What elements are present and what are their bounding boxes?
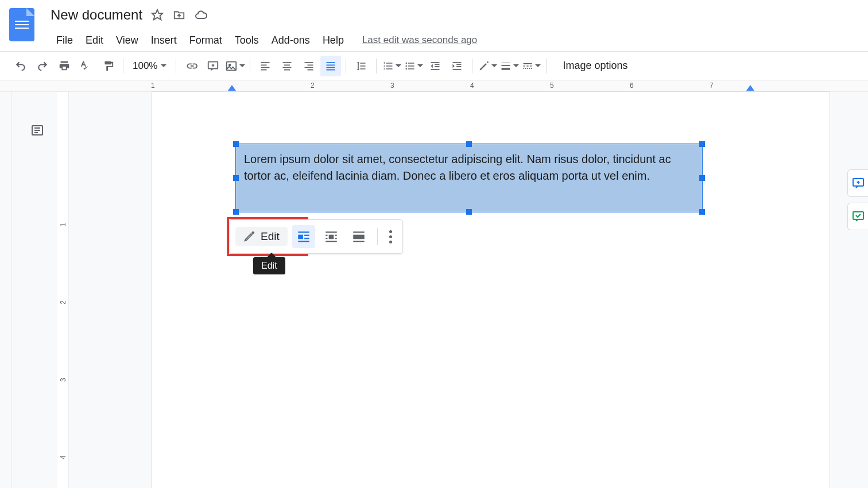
resize-handle-top-left[interactable] bbox=[233, 141, 239, 147]
menu-view[interactable]: View bbox=[110, 32, 144, 49]
svg-rect-22 bbox=[353, 241, 365, 242]
ruler-mark: 3 bbox=[390, 82, 394, 90]
menu-addons[interactable]: Add-ons bbox=[266, 32, 316, 49]
resize-handle-top-right[interactable] bbox=[699, 141, 705, 147]
svg-point-4 bbox=[405, 62, 407, 64]
svg-rect-12 bbox=[298, 241, 309, 242]
menu-help[interactable]: Help bbox=[317, 32, 350, 49]
outline-toggle-icon[interactable] bbox=[28, 121, 47, 140]
svg-marker-0 bbox=[152, 10, 162, 20]
suggest-edit-side-button[interactable] bbox=[847, 203, 868, 230]
vruler-mark: 4 bbox=[59, 455, 67, 459]
svg-rect-16 bbox=[335, 235, 336, 236]
bulleted-list-button[interactable] bbox=[403, 56, 424, 76]
border-color-button[interactable] bbox=[477, 56, 498, 76]
svg-rect-11 bbox=[304, 238, 309, 239]
align-right-button[interactable] bbox=[299, 56, 319, 76]
add-comment-button[interactable] bbox=[203, 56, 223, 76]
increase-indent-button[interactable] bbox=[447, 56, 467, 76]
ruler-mark: 7 bbox=[710, 82, 714, 90]
chevron-down-icon bbox=[161, 64, 166, 67]
edit-drawing-button[interactable]: Edit bbox=[235, 227, 288, 246]
image-options-button[interactable]: Image options bbox=[556, 60, 634, 72]
align-center-button[interactable] bbox=[277, 56, 297, 76]
add-comment-side-button[interactable] bbox=[847, 169, 868, 197]
more-options-button[interactable] bbox=[385, 226, 397, 248]
zoom-dropdown[interactable]: 100% bbox=[128, 60, 171, 72]
contextual-toolbar: Edit bbox=[229, 219, 403, 254]
spellcheck-button[interactable] bbox=[76, 56, 96, 76]
cloud-status-icon[interactable] bbox=[194, 8, 208, 22]
svg-rect-9 bbox=[298, 235, 303, 239]
numbered-list-button[interactable] bbox=[381, 56, 402, 76]
svg-point-3 bbox=[229, 64, 231, 65]
undo-button[interactable] bbox=[10, 56, 31, 76]
star-icon[interactable] bbox=[150, 8, 164, 22]
menu-insert[interactable]: Insert bbox=[145, 32, 183, 49]
border-weight-button[interactable] bbox=[499, 56, 520, 76]
ruler-mark: 1 bbox=[151, 82, 155, 90]
menu-file[interactable]: File bbox=[51, 32, 79, 49]
ruler-right-indent-icon[interactable] bbox=[746, 85, 754, 91]
resize-handle-bottom-center[interactable] bbox=[466, 209, 472, 215]
pencil-icon bbox=[243, 231, 255, 242]
svg-rect-21 bbox=[353, 235, 365, 239]
svg-rect-13 bbox=[326, 231, 337, 233]
resize-handle-bottom-left[interactable] bbox=[233, 209, 239, 215]
svg-point-6 bbox=[405, 68, 407, 69]
svg-rect-20 bbox=[353, 231, 365, 233]
document-page[interactable]: Lorem ipsum dolor sit amet, consectetur … bbox=[152, 92, 830, 488]
toolbar: 100% Image options bbox=[0, 52, 868, 80]
resize-handle-top-center[interactable] bbox=[466, 141, 472, 147]
menu-tools[interactable]: Tools bbox=[229, 32, 265, 49]
insert-link-button[interactable] bbox=[181, 56, 202, 76]
ruler-mark: 5 bbox=[550, 82, 554, 90]
line-spacing-button[interactable] bbox=[351, 56, 371, 76]
header: New document File Edit View Insert Forma… bbox=[0, 0, 868, 52]
ruler-left-indent-icon[interactable] bbox=[228, 85, 236, 91]
svg-rect-18 bbox=[335, 238, 336, 239]
insert-image-button[interactable] bbox=[224, 56, 245, 76]
chevron-down-icon bbox=[239, 64, 245, 67]
chevron-down-icon bbox=[396, 64, 401, 67]
resize-handle-middle-right[interactable] bbox=[699, 175, 705, 181]
document-area: 1 2 3 4 Lorem ipsum dolor sit amet, cons… bbox=[0, 92, 868, 488]
right-side-actions bbox=[847, 169, 868, 230]
resize-handle-bottom-right[interactable] bbox=[699, 209, 705, 215]
menu-edit[interactable]: Edit bbox=[80, 32, 109, 49]
docs-logo-icon[interactable] bbox=[9, 8, 34, 41]
align-left-button[interactable] bbox=[255, 56, 276, 76]
menu-format[interactable]: Format bbox=[184, 32, 228, 49]
selected-textbox[interactable]: Lorem ipsum dolor sit amet, consectetur … bbox=[235, 144, 703, 212]
last-edit-link[interactable]: Last edit was seconds ago bbox=[362, 34, 477, 46]
wrap-inline-button[interactable] bbox=[292, 225, 315, 248]
svg-rect-10 bbox=[304, 235, 309, 236]
chevron-down-icon bbox=[513, 64, 519, 67]
edit-tooltip: Edit bbox=[253, 257, 285, 274]
horizontal-ruler[interactable]: 1 2 3 4 5 6 7 bbox=[0, 80, 868, 92]
vertical-ruler[interactable]: 1 2 3 4 bbox=[57, 92, 69, 488]
align-justify-button[interactable] bbox=[320, 56, 341, 76]
svg-rect-14 bbox=[328, 235, 334, 239]
vruler-mark: 2 bbox=[59, 300, 67, 304]
move-icon[interactable] bbox=[172, 8, 186, 22]
redo-button[interactable] bbox=[32, 56, 53, 76]
print-button[interactable] bbox=[54, 56, 75, 76]
chevron-down-icon bbox=[535, 64, 541, 67]
document-title[interactable]: New document bbox=[51, 7, 142, 23]
separator bbox=[377, 228, 378, 245]
wrap-break-button[interactable] bbox=[347, 225, 370, 248]
svg-rect-17 bbox=[326, 238, 327, 239]
decrease-indent-button[interactable] bbox=[425, 56, 445, 76]
resize-handle-middle-left[interactable] bbox=[233, 175, 239, 181]
svg-rect-19 bbox=[326, 241, 337, 242]
ruler-mark: 6 bbox=[630, 82, 634, 90]
vruler-mark: 3 bbox=[59, 378, 67, 382]
wrap-text-button[interactable] bbox=[320, 225, 343, 248]
border-dash-button[interactable] bbox=[521, 56, 541, 76]
outline-collapsed-panel bbox=[0, 92, 11, 488]
ruler-mark: 2 bbox=[311, 82, 315, 90]
svg-rect-15 bbox=[326, 235, 327, 236]
vruler-mark: 1 bbox=[59, 223, 67, 227]
paint-format-button[interactable] bbox=[98, 56, 118, 76]
